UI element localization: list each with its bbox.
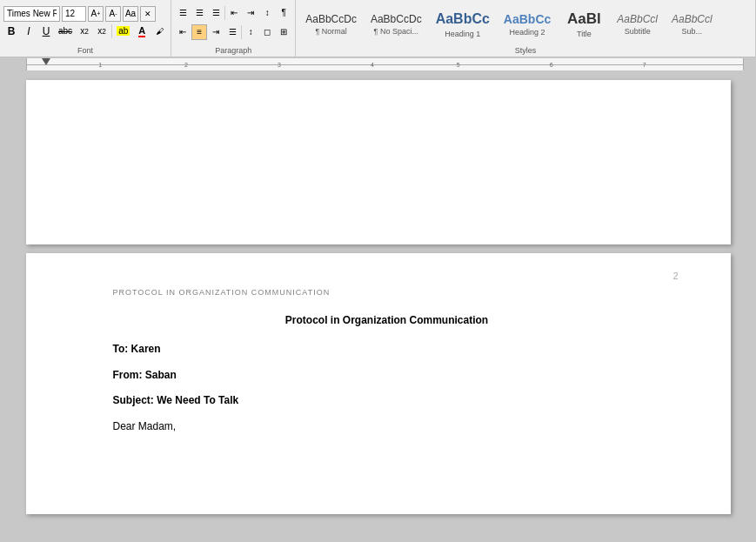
change-case-btn[interactable]: Aa bbox=[123, 6, 138, 22]
italic-btn[interactable]: I bbox=[21, 23, 37, 39]
style-subtitle-label: Subtitle bbox=[625, 27, 651, 36]
style-h2-label: Heading 2 bbox=[510, 28, 545, 37]
align-right-btn[interactable]: ⇥ bbox=[208, 24, 224, 40]
page-2: 2 PROTOCOL IN ORGANIZATION COMMUNICATION… bbox=[26, 253, 731, 514]
style-normal-preview: AaBbCcDc bbox=[305, 13, 357, 25]
font-grow-btn[interactable]: A+ bbox=[88, 6, 104, 22]
superscript-btn[interactable]: x2 bbox=[94, 23, 110, 39]
ribbon: A+ A- Aa ✕ B I U abc x2 x2 ab bbox=[0, 0, 756, 71]
style-title-label: Title bbox=[577, 30, 592, 38]
page-number: 2 bbox=[672, 271, 678, 281]
decrease-indent-btn[interactable]: ⇤ bbox=[226, 5, 242, 21]
style-title-preview: AaBl bbox=[567, 10, 601, 28]
font-shrink-btn[interactable]: A- bbox=[105, 6, 121, 22]
align-center-btn[interactable]: ≡ bbox=[191, 24, 207, 40]
ruler-mark-3: 3 bbox=[278, 62, 281, 68]
sort-btn[interactable]: ↕ bbox=[259, 5, 275, 21]
style-normal-label: ¶ Normal bbox=[315, 27, 346, 36]
ruler-mark-4: 4 bbox=[371, 62, 374, 68]
shading-btn[interactable]: ◻ bbox=[259, 24, 275, 40]
line-spacing-btn[interactable]: ↕ bbox=[243, 24, 258, 40]
font-size-input[interactable] bbox=[62, 6, 86, 22]
doc-to: To: Karen bbox=[113, 340, 661, 359]
format-painter-btn[interactable]: 🖌 bbox=[151, 23, 167, 39]
align-left-btn[interactable]: ⇤ bbox=[175, 24, 191, 40]
ruler: 1 2 3 4 5 6 7 bbox=[26, 58, 744, 70]
doc-subject: Subject: We Need To Talk bbox=[113, 391, 661, 411]
doc-from: From: Saban bbox=[113, 366, 661, 385]
styles-list: AaBbCcDc ¶ Normal AaBbCcDc ¶ No Spaci...… bbox=[299, 2, 752, 47]
font-group-label: Font bbox=[3, 46, 167, 55]
paragraph-group: ☰ ☰ ☰ ⇤ ⇥ ↕ ¶ ⇤ ≡ ⇥ ☰ bbox=[171, 0, 296, 57]
styles-group: AaBbCcDc ¶ Normal AaBbCcDc ¶ No Spaci...… bbox=[296, 0, 756, 57]
style-title[interactable]: AaBl Title bbox=[559, 2, 609, 47]
subscript-btn[interactable]: x2 bbox=[77, 23, 92, 39]
style-nospace[interactable]: AaBbCcDc ¶ No Spaci... bbox=[365, 2, 428, 47]
ruler-mark-7: 7 bbox=[643, 62, 646, 68]
style-nospace-preview: AaBbCcDc bbox=[371, 13, 422, 25]
page-1 bbox=[26, 80, 731, 244]
style-h1[interactable]: AaBbCc Heading 1 bbox=[430, 2, 496, 47]
text-highlight-btn[interactable]: ab bbox=[114, 23, 132, 39]
doc-body: To: Karen From: Saban Subject: We Need T… bbox=[113, 340, 661, 436]
ruler-area: 1 2 3 4 5 6 7 bbox=[0, 57, 756, 71]
style-normal[interactable]: AaBbCcDc ¶ Normal bbox=[299, 2, 363, 47]
paragraph-group-label: Paragraph bbox=[175, 46, 291, 55]
clear-format-btn[interactable]: ✕ bbox=[140, 6, 156, 22]
underline-btn[interactable]: U bbox=[38, 23, 54, 39]
page-header: PROTOCOL IN ORGANIZATION COMMUNICATION bbox=[113, 288, 661, 297]
style-more[interactable]: AaBbCcl Sub... bbox=[666, 2, 719, 47]
style-subtitle[interactable]: AaBbCcl Subtitle bbox=[611, 2, 664, 47]
font-group: A+ A- Aa ✕ B I U abc x2 x2 ab bbox=[0, 0, 171, 57]
ruler-mark-2: 2 bbox=[184, 62, 188, 68]
bullets-btn[interactable]: ☰ bbox=[175, 5, 191, 21]
ruler-mark-1: 1 bbox=[98, 62, 102, 68]
style-more-label: Sub... bbox=[682, 27, 703, 36]
doc-title: Protocol in Organization Communication bbox=[113, 314, 661, 326]
style-subtitle-preview: AaBbCcl bbox=[617, 13, 658, 25]
style-h1-preview: AaBbCc bbox=[436, 10, 490, 27]
style-h1-label: Heading 1 bbox=[445, 30, 480, 38]
justify-btn[interactable]: ☰ bbox=[224, 24, 240, 40]
show-marks-btn[interactable]: ¶ bbox=[276, 5, 291, 21]
style-nospace-label: ¶ No Spaci... bbox=[374, 27, 418, 36]
style-h2[interactable]: AaBbCc Heading 2 bbox=[498, 2, 557, 47]
numbering-btn[interactable]: ☰ bbox=[191, 5, 207, 21]
paragraph-row2: ⇤ ≡ ⇥ ☰ ↕ ◻ ⊞ bbox=[175, 24, 291, 40]
font-color-btn[interactable]: A bbox=[134, 23, 150, 39]
bold-btn[interactable]: B bbox=[3, 23, 19, 39]
style-h2-preview: AaBbCc bbox=[504, 12, 551, 27]
ruler-mark-5: 5 bbox=[457, 62, 460, 68]
multilevel-btn[interactable]: ☰ bbox=[208, 5, 224, 21]
styles-group-label: Styles bbox=[299, 46, 752, 55]
document-area[interactable]: 2 PROTOCOL IN ORGANIZATION COMMUNICATION… bbox=[0, 71, 756, 523]
strikethrough-btn[interactable]: abc bbox=[56, 23, 75, 39]
doc-salutation: Dear Madam, bbox=[113, 418, 661, 437]
increase-indent-btn[interactable]: ⇥ bbox=[243, 5, 258, 21]
font-name-input[interactable] bbox=[3, 6, 60, 22]
ribbon-content: A+ A- Aa ✕ B I U abc x2 x2 ab bbox=[0, 0, 756, 57]
paragraph-row1: ☰ ☰ ☰ ⇤ ⇥ ↕ ¶ bbox=[175, 5, 291, 21]
borders-btn[interactable]: ⊞ bbox=[276, 24, 291, 40]
ruler-mark-6: 6 bbox=[550, 62, 553, 68]
style-more-preview: AaBbCcl bbox=[672, 13, 713, 25]
